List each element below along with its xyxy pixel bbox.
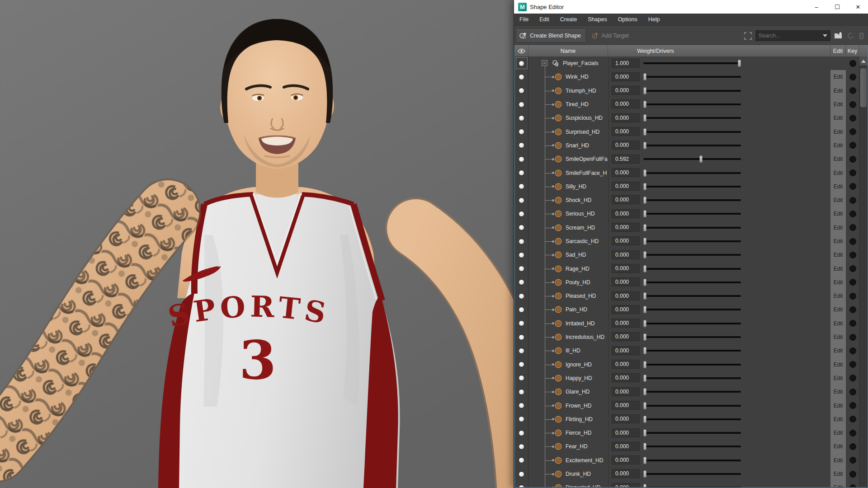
viewport-3d[interactable]: SPORTS 3 [0, 0, 514, 488]
slider-handle[interactable] [643, 265, 646, 272]
target-name-label[interactable]: Fierce_HD [566, 430, 591, 436]
slider-handle[interactable] [643, 128, 646, 136]
weight-value-field[interactable]: 0.000 [612, 319, 640, 328]
slider-handle[interactable] [643, 388, 646, 395]
weight-slider[interactable] [643, 180, 741, 193]
edit-button[interactable]: Edit [830, 358, 846, 371]
edit-button[interactable]: Edit [830, 70, 846, 84]
slider-handle[interactable] [738, 60, 741, 67]
visibility-toggle[interactable] [515, 426, 528, 440]
edit-button[interactable]: Edit [830, 344, 846, 357]
target-name-label[interactable]: SmileFullFace_H [566, 170, 607, 176]
key-toggle[interactable] [849, 115, 856, 122]
target-name-label[interactable]: Disgusted_HD [566, 484, 600, 487]
slider-handle[interactable] [643, 142, 646, 149]
weight-slider[interactable] [643, 70, 741, 84]
edit-button[interactable]: Edit [830, 262, 846, 275]
tree-row[interactable]: Sarcastic_HD0.000Edit [515, 235, 859, 248]
weight-value-field[interactable]: 0.000 [612, 86, 640, 95]
target-name-label[interactable]: Excitement_HD [566, 457, 603, 464]
tree-row[interactable]: Pain_HD0.000Edit [515, 303, 859, 316]
visibility-toggle[interactable] [515, 358, 528, 371]
edit-button[interactable]: Edit [830, 317, 846, 330]
tree-row[interactable]: Fear_HD0.000Edit [515, 440, 859, 453]
slider-handle[interactable] [643, 375, 646, 382]
weight-slider[interactable] [643, 248, 741, 262]
visibility-toggle[interactable] [515, 303, 528, 316]
tree-row[interactable]: Happy_HD0.000Edit [515, 371, 859, 385]
weight-slider[interactable] [643, 139, 741, 152]
weight-slider[interactable] [643, 152, 741, 166]
weight-value-field[interactable]: 0.000 [612, 236, 640, 245]
key-toggle[interactable] [849, 416, 856, 422]
edit-button[interactable]: Edit [830, 454, 846, 467]
visibility-toggle[interactable] [515, 248, 528, 262]
search-filter-dropdown-icon[interactable] [823, 34, 827, 37]
weight-value-field[interactable]: 0.000 [612, 373, 640, 382]
target-name-label[interactable]: Fear_HD [566, 443, 588, 450]
key-toggle[interactable] [849, 265, 856, 272]
visibility-toggle[interactable] [515, 262, 528, 275]
edit-button[interactable]: Edit [830, 385, 846, 399]
tree-row[interactable]: Drunk_HD0.000Edit [515, 467, 859, 481]
weight-value-field[interactable]: 0.000 [612, 414, 640, 423]
slider-handle[interactable] [643, 320, 646, 327]
weight-value-field[interactable]: 0.000 [612, 264, 640, 273]
weight-slider[interactable] [643, 426, 741, 440]
visibility-toggle[interactable] [515, 371, 528, 385]
weight-value-field[interactable]: 0.000 [612, 195, 640, 204]
edit-button[interactable]: Edit [830, 399, 846, 412]
weight-value-field[interactable]: 0.000 [612, 332, 640, 341]
slider-handle[interactable] [643, 470, 646, 478]
weight-slider[interactable] [643, 262, 741, 275]
slider-handle[interactable] [643, 114, 646, 122]
target-name-label[interactable]: Player_Facials [563, 60, 599, 66]
visibility-toggle[interactable] [515, 84, 528, 98]
weight-value-field[interactable]: 0.000 [612, 346, 640, 355]
tree-row[interactable]: SmileFullFace_H0.000Edit [515, 166, 859, 179]
edit-button[interactable]: Edit [830, 289, 846, 303]
close-button[interactable]: ✕ [848, 0, 868, 14]
edit-button[interactable]: Edit [830, 371, 846, 385]
key-toggle[interactable] [849, 87, 856, 94]
key-toggle[interactable] [849, 402, 856, 409]
weight-slider[interactable] [643, 371, 741, 385]
target-name-label[interactable]: Ignore_HD [566, 361, 592, 368]
edit-button[interactable]: Edit [830, 152, 846, 166]
edit-button[interactable]: Edit [830, 193, 846, 207]
weight-value-field[interactable]: 0.592 [612, 155, 640, 164]
visibility-toggle[interactable] [515, 207, 528, 221]
edit-button[interactable]: Edit [830, 111, 846, 125]
tree-row[interactable]: Rage_HD0.000Edit [515, 262, 859, 275]
weight-value-field[interactable]: 0.000 [612, 127, 640, 136]
weight-slider[interactable] [643, 289, 741, 303]
visibility-toggle[interactable] [515, 139, 528, 152]
target-name-label[interactable]: Surprised_HD [566, 129, 599, 135]
tree-row[interactable]: Scream_HD0.000Edit [515, 221, 859, 235]
weight-value-field[interactable]: 0.000 [612, 469, 640, 478]
target-name-label[interactable]: Tired_HD [566, 101, 589, 108]
weight-slider[interactable] [643, 303, 741, 316]
expand-collapse-toggle[interactable]: − [542, 60, 547, 66]
weight-value-field[interactable]: 0.000 [612, 182, 640, 191]
tree-row[interactable]: Silly_HD0.000Edit [515, 180, 859, 193]
menu-file[interactable]: File [514, 14, 534, 25]
slider-handle[interactable] [643, 292, 646, 300]
key-toggle[interactable] [849, 238, 856, 245]
edit-button[interactable]: Edit [830, 98, 846, 111]
tree-row[interactable]: Pouty_HD0.000Edit [515, 276, 859, 289]
key-toggle[interactable] [849, 60, 856, 67]
slider-handle[interactable] [643, 251, 646, 258]
slider-handle[interactable] [643, 361, 646, 368]
edit-button[interactable]: Edit [830, 235, 846, 248]
weight-value-field[interactable]: 0.000 [612, 250, 640, 259]
target-name-label[interactable]: Ill_HD [566, 347, 580, 354]
visibility-toggle[interactable] [515, 399, 528, 412]
target-name-label[interactable]: Pleased_HD [566, 293, 596, 299]
key-toggle[interactable] [849, 389, 856, 395]
slider-handle[interactable] [643, 457, 646, 464]
weight-slider[interactable] [643, 413, 741, 426]
tree-row[interactable]: Frown_HD0.000Edit [515, 399, 859, 412]
visibility-toggle[interactable] [515, 125, 528, 138]
edit-button[interactable]: Edit [830, 166, 846, 179]
